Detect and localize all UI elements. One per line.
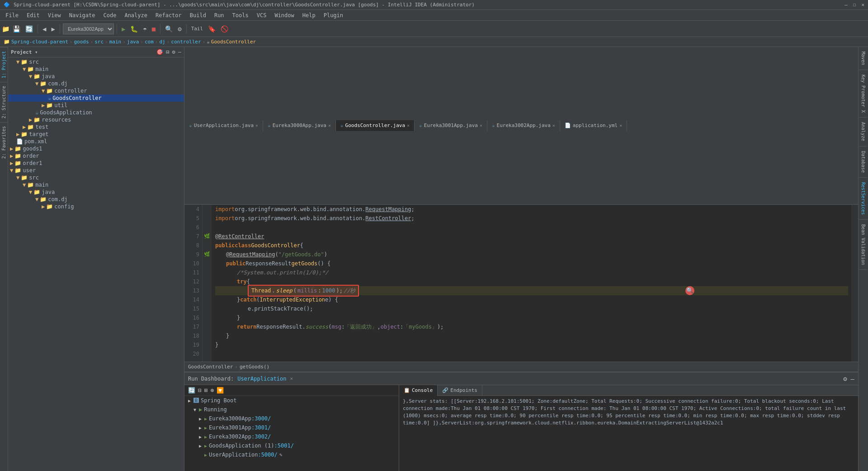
toolbar-debug-btn[interactable]: 🐛 (128, 24, 140, 33)
tree-item[interactable]: ▼ 📁 user (8, 167, 184, 174)
menu-run[interactable]: Run (211, 11, 228, 19)
toolbar-tail-btn[interactable]: Tail (189, 25, 205, 33)
endpoints-tab[interactable]: 🔗Endpoints (438, 385, 482, 396)
bc-main[interactable]: main (109, 39, 122, 45)
toolbar-stop-btn[interactable]: ■ (150, 24, 157, 33)
menu-view[interactable]: View (44, 11, 65, 19)
run-item-eureka3000[interactable]: ▶ ▶ Eureka3000App :3000/ (184, 414, 399, 423)
tree-item[interactable]: ▼ 📁 com.dj (8, 196, 184, 203)
run-sync-icon[interactable]: 🔄 (188, 387, 195, 394)
run-close-btn[interactable]: ✕ (290, 376, 293, 382)
tree-item[interactable]: ▶ 📁 order1 (8, 160, 184, 167)
run-expand-icon[interactable]: ⊟ (198, 387, 202, 394)
run-item-springboot[interactable]: ▶ 🅱 Spring Boot (184, 396, 399, 405)
tree-item[interactable]: ▼ 📁 src (8, 174, 184, 181)
tree-item[interactable]: ▶ 📁 resources (8, 116, 184, 123)
run-hide-icon[interactable]: — (851, 375, 854, 382)
right-tab-beanval[interactable]: Bean Validation (859, 220, 868, 270)
tree-item[interactable]: ▼ 📁 src (8, 58, 184, 66)
run-collapse-icon[interactable]: ⊞ (204, 387, 208, 394)
sidebar-hide-icon[interactable]: — (178, 49, 181, 55)
toolbar-save-btn[interactable]: 💾 (11, 24, 22, 33)
tree-item[interactable]: ▼ 📁 controller (8, 87, 184, 94)
run-item-eureka3001[interactable]: ▶ ▶ Eureka3001App :3001/ (184, 423, 399, 432)
sidebar-settings-icon[interactable]: ⚙ (172, 49, 175, 55)
toolbar-search-btn[interactable]: 🔍 (163, 24, 175, 33)
tree-item[interactable]: ▼ 📁 com.dj (8, 80, 184, 87)
toolbar-settings-btn[interactable]: ⚙ (176, 24, 183, 33)
menu-refactor[interactable]: Refactor (152, 11, 185, 19)
cb-class[interactable]: GoodsController (188, 364, 233, 370)
tab-close-icon[interactable]: ✕ (619, 123, 622, 128)
toolbar-forward-btn[interactable]: ▶ (49, 24, 57, 33)
menu-build[interactable]: Build (186, 11, 210, 19)
close-button[interactable]: ✕ (861, 2, 864, 8)
maximize-button[interactable]: ☐ (853, 2, 856, 8)
run-item-userapplication[interactable]: ▶ UserApplication :5000/ ✎ (184, 450, 399, 459)
run-multi-icon[interactable]: ⊛ (211, 387, 214, 394)
code-content[interactable]: import org.springframework.web.bind.anno… (212, 205, 852, 362)
right-tab-maven[interactable]: Maven (859, 47, 868, 70)
bc-project[interactable]: Spring-cloud-parent (11, 39, 68, 45)
bc-com[interactable]: com (145, 39, 154, 45)
toolbar-run-btn[interactable]: ▶ (120, 24, 127, 33)
toolbar-bookmark-btn[interactable]: 🔖 (206, 24, 217, 33)
right-tab-rest[interactable]: RestServices (859, 178, 868, 220)
menu-plugin[interactable]: Plugin (320, 11, 347, 19)
right-tab-analyze[interactable]: Analyze (859, 118, 868, 146)
tab-eureka3001[interactable]: ☕ Eureka3001App.java ✕ (415, 120, 487, 131)
right-tab-database[interactable]: Database (859, 146, 868, 178)
tree-item[interactable]: ▼ 📁 main (8, 66, 184, 73)
tab-close-icon[interactable]: ✕ (407, 123, 410, 128)
run-settings-icon[interactable]: ⚙ (843, 375, 847, 382)
menu-edit[interactable]: Edit (23, 11, 43, 19)
tree-item[interactable]: 📄 pom.xml (8, 138, 184, 145)
tab-applicationyml[interactable]: 📄 application.yml ✕ (560, 120, 627, 131)
run-app-name[interactable]: UserApplication (237, 376, 286, 382)
run-item-goodsapp[interactable]: ▶ ▶ GoodsApplication (1) :5001/ (184, 441, 399, 450)
console-tab[interactable]: 📋Console (399, 385, 438, 396)
editor-scrollbar[interactable] (852, 205, 858, 362)
tab-close-icon[interactable]: ✕ (552, 123, 555, 128)
run-item-eureka3002[interactable]: ▶ ▶ Eureka3002App :3002/ (184, 432, 399, 441)
menu-help[interactable]: Help (299, 11, 319, 19)
right-tab-keypromoter[interactable]: Key Promoter X (859, 70, 868, 118)
search-bubble[interactable]: 🔍 (685, 286, 694, 295)
bc-controller[interactable]: controller (171, 39, 201, 45)
toolbar-sync-btn[interactable]: 🔄 (24, 24, 35, 33)
tree-item[interactable]: ▼ 📁 main (8, 181, 184, 188)
tree-item[interactable]: ▶ 📁 target (8, 131, 184, 138)
tab-close-icon[interactable]: ✕ (255, 123, 258, 128)
menu-window[interactable]: Window (271, 11, 297, 19)
bc-goods[interactable]: goods (74, 39, 89, 45)
tree-item[interactable]: ▶ 📁 test (8, 123, 184, 131)
tree-item-goodscontroller[interactable]: ☕ GoodsController (8, 94, 184, 102)
run-config-dropdown[interactable]: Eureka3002App (63, 24, 114, 34)
tree-item[interactable]: ☕ GoodsApplication (8, 109, 184, 116)
sidebar-collapse-icon[interactable]: ⊟ (166, 49, 169, 55)
menu-code[interactable]: Code (100, 11, 120, 19)
bc-src[interactable]: src (94, 39, 104, 45)
bc-goodscontroller[interactable]: GoodsController (211, 39, 256, 45)
tab-favorites[interactable]: 2: Favorites (0, 122, 8, 162)
tree-item[interactable]: ▶ 📁 goods1 (8, 145, 184, 152)
tab-goodscontroller[interactable]: ☕ GoodsController.java ✕ (336, 120, 415, 131)
minimize-button[interactable]: — (844, 2, 848, 8)
toolbar-no-btn[interactable]: 🚫 (219, 24, 230, 33)
menu-vcs[interactable]: VCS (253, 11, 270, 19)
menu-tools[interactable]: Tools (229, 11, 252, 19)
tab-eureka3000[interactable]: ☕ Eureka3000App.java ✕ (263, 120, 336, 131)
toolbar-coverage-btn[interactable]: ☂ (141, 24, 148, 33)
tree-item[interactable]: ▶ 📁 order (8, 152, 184, 160)
menu-file[interactable]: File (2, 11, 22, 19)
tree-item[interactable]: ▶ 📁 util (8, 102, 184, 109)
tab-userapplication[interactable]: ☕ UserApplication.java ✕ (184, 120, 263, 131)
tree-item[interactable]: ▼ 📁 java (8, 188, 184, 196)
run-filter-icon[interactable]: 🔽 (217, 387, 224, 394)
bc-dj[interactable]: dj (159, 39, 165, 45)
tab-structure[interactable]: 2: Structure (0, 82, 8, 122)
menu-navigate[interactable]: Navigate (66, 11, 99, 19)
run-item-running[interactable]: ▼ ▶ Running (184, 405, 399, 414)
menu-analyze[interactable]: Analyze (121, 11, 151, 19)
tree-item[interactable]: ▶ 📁 config (8, 203, 184, 210)
